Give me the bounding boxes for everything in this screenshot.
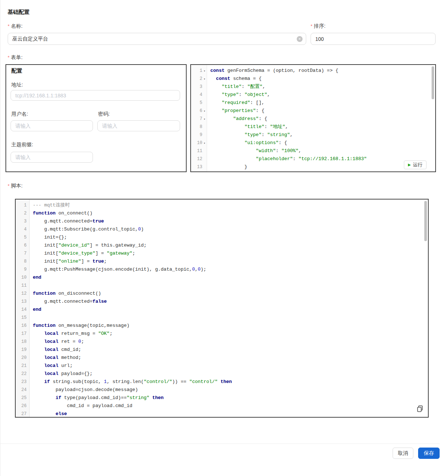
- line-number: 4: [191, 91, 207, 99]
- required-asterisk: *: [311, 23, 312, 29]
- name-label: *名称:: [8, 23, 23, 30]
- line-number: 20: [16, 354, 29, 362]
- code-line: function on_disconnect(): [33, 290, 428, 298]
- code-line: [33, 314, 428, 322]
- line-number: 9: [16, 266, 29, 274]
- clear-icon[interactable]: ✕: [297, 36, 303, 42]
- code-line: g.mqtt:PushMessage(cjson.encode(init), g…: [33, 266, 428, 274]
- code-area[interactable]: --- mqtt连接时function on_connect() g.mqtt.…: [30, 200, 428, 417]
- code-line: const schema = {: [210, 75, 435, 83]
- line-number: 12: [191, 155, 207, 163]
- code-line: g.mqtt.connected=false: [33, 298, 428, 306]
- sort-field-wrapper: [311, 33, 436, 45]
- code-line: "title": "地址",: [210, 123, 435, 131]
- line-number-gutter: 1▾2▾3456▾7▾8910▾111213: [191, 65, 207, 171]
- line-number: 6: [16, 241, 29, 249]
- save-button[interactable]: 保存: [418, 448, 440, 459]
- line-number: 8: [16, 258, 29, 266]
- code-line: if string.sub(topic, 1, string.len("cont…: [33, 378, 428, 386]
- line-number: 21: [16, 362, 29, 370]
- line-number: 2: [16, 209, 29, 217]
- fold-arrow-icon[interactable]: ▾: [202, 117, 207, 121]
- play-icon: ▶: [408, 163, 411, 167]
- line-number: 13: [191, 163, 207, 171]
- code-line: [33, 282, 428, 290]
- config-preview-panel: 配置 地址: 用户名: 密码: 主题前缀:: [5, 64, 187, 172]
- line-number: 11: [16, 282, 29, 290]
- line-number: 8: [191, 123, 207, 131]
- script-editor-panel: 1234567891011121314151617181920212223242…: [15, 199, 429, 418]
- code-line: local method;: [33, 354, 428, 362]
- line-number: 18: [16, 338, 29, 346]
- address-input[interactable]: [11, 90, 180, 101]
- line-number: 25: [16, 394, 29, 402]
- code-line: "address": {: [210, 115, 435, 123]
- line-number: 6▾: [191, 107, 207, 115]
- code-line: else: [33, 410, 428, 417]
- line-number: 11: [191, 147, 207, 155]
- code-line: init["device_type"] = "gateway";: [33, 249, 428, 258]
- username-input[interactable]: [11, 120, 93, 131]
- vertical-scrollbar[interactable]: [432, 66, 434, 99]
- code-line: init["device_id"] = this.gateway_id;: [33, 241, 428, 249]
- topic-prefix-input[interactable]: [11, 152, 93, 163]
- address-label: 地址:: [11, 82, 23, 88]
- sort-input[interactable]: [311, 33, 436, 45]
- code-line: local ret = 0;: [33, 338, 428, 346]
- topic-prefix-field-wrapper: [11, 152, 93, 163]
- code-line: local cmd_id;: [33, 346, 428, 354]
- password-field-wrapper: [97, 120, 180, 131]
- code-line: init={};: [33, 233, 428, 241]
- line-number-gutter: 1234567891011121314151617181920212223242…: [16, 200, 30, 417]
- line-number: 15: [16, 314, 29, 322]
- code-line: local url;: [33, 362, 428, 370]
- line-number: 1: [16, 201, 29, 209]
- line-number: 5: [191, 99, 207, 107]
- fold-arrow-icon[interactable]: ▾: [202, 109, 207, 113]
- name-input[interactable]: [8, 33, 306, 45]
- line-number: 24: [16, 386, 29, 394]
- cancel-button[interactable]: 取消: [393, 448, 413, 459]
- line-number: 16: [16, 322, 29, 330]
- code-line: "title": "配置",: [210, 83, 435, 91]
- basic-config-form: 基础配置 *名称: ✕ *排序: *表单: 配置 地址: 用户名: 密码: 主题…: [0, 0, 448, 476]
- code-line: local payload={};: [33, 370, 428, 378]
- fold-arrow-icon[interactable]: ▾: [202, 77, 207, 81]
- code-line: g.mqtt.connected=true: [33, 217, 428, 225]
- line-number: 10▾: [191, 139, 207, 147]
- code-line: end: [33, 274, 428, 282]
- code-line: "placeholder": "tcp://192.168.1.1:1883": [210, 155, 435, 163]
- code-line: g.mqtt:Subscribe(g.control_topic,0): [33, 225, 428, 233]
- code-line: "type": "string",: [210, 131, 435, 139]
- page-title: 基础配置: [8, 9, 30, 16]
- script-label: *脚本:: [8, 182, 23, 189]
- line-number: 22: [16, 370, 29, 378]
- line-number: 23: [16, 378, 29, 386]
- sort-label: *排序:: [311, 23, 326, 30]
- code-line: if type(payload.cmd_id)=="string" then: [33, 394, 428, 402]
- config-panel-title: 配置: [11, 67, 22, 74]
- line-number: 14: [16, 306, 29, 314]
- code-line: function on_connect(): [33, 209, 428, 217]
- code-line: "width": "100%",: [210, 147, 435, 155]
- username-field-wrapper: [11, 120, 93, 131]
- line-number: 26: [16, 402, 29, 410]
- copy-icon[interactable]: [417, 405, 423, 413]
- code-area[interactable]: const genFormSchema = (option, rootData)…: [207, 65, 435, 171]
- code-line: "required": [],: [210, 99, 435, 107]
- fold-arrow-icon[interactable]: ▾: [202, 69, 207, 73]
- run-button[interactable]: ▶ 运行: [404, 160, 426, 169]
- line-number: 9: [191, 131, 207, 139]
- name-field-wrapper: ✕: [8, 33, 306, 45]
- password-label: 密码:: [98, 111, 110, 117]
- vertical-scrollbar[interactable]: [424, 201, 427, 241]
- line-number: 4: [16, 225, 29, 233]
- schema-code-editor[interactable]: 1▾2▾3456▾7▾8910▾111213 const genFormSche…: [191, 65, 435, 171]
- form-label: *表单:: [8, 54, 23, 61]
- script-code-editor[interactable]: 1234567891011121314151617181920212223242…: [16, 200, 428, 417]
- line-number: 3: [16, 217, 29, 225]
- required-asterisk: *: [8, 55, 9, 60]
- line-number: 7: [16, 249, 29, 258]
- fold-arrow-icon[interactable]: ▾: [202, 142, 207, 145]
- password-input[interactable]: [97, 120, 180, 131]
